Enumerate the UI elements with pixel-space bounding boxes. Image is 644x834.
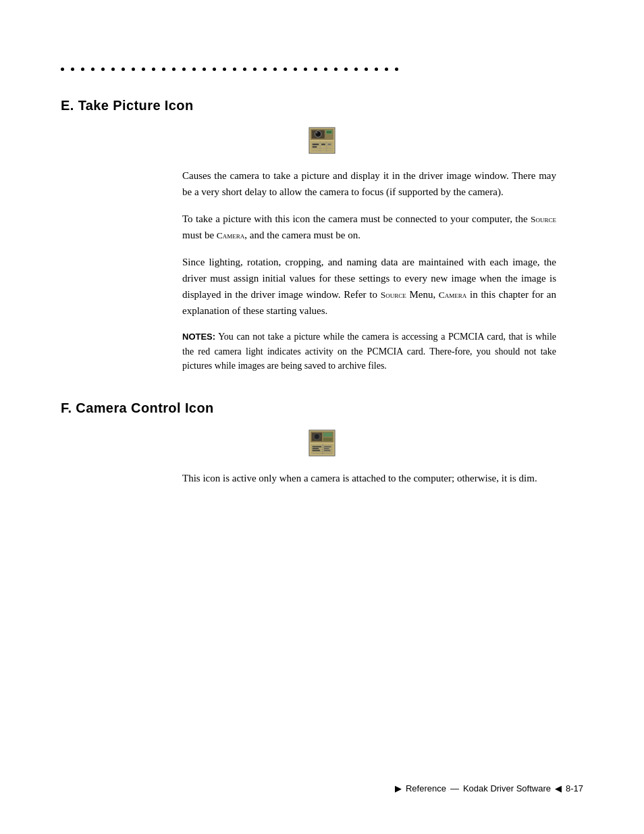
section-e-para-2: To take a picture with this icon the cam… [182, 211, 556, 243]
dot-8 [132, 68, 135, 71]
dot-12 [172, 68, 176, 71]
dot-7 [122, 68, 125, 71]
section-e-para-1: Causes the camera to take a picture and … [182, 167, 556, 200]
svg-point-23 [315, 435, 319, 439]
source-smallcaps: Source [531, 214, 556, 224]
svg-rect-16 [313, 147, 317, 148]
svg-point-5 [316, 132, 317, 134]
dot-33 [385, 68, 388, 71]
take-picture-icon [308, 127, 336, 154]
take-picture-icon-container [61, 127, 583, 154]
section-e-notes: NOTES: You can not take a picture while … [182, 330, 556, 373]
dot-31 [365, 68, 368, 71]
dot-3 [81, 68, 84, 71]
footer-arrow-right: ▶ [395, 783, 402, 793]
dot-24 [294, 68, 297, 71]
svg-rect-37 [324, 448, 329, 449]
dot-27 [324, 68, 327, 71]
svg-rect-34 [313, 448, 319, 449]
section-e-heading: E. Take Picture Icon [61, 98, 583, 113]
section-e-content: Causes the camera to take a picture and … [182, 167, 556, 373]
svg-rect-24 [323, 433, 332, 437]
svg-rect-15 [313, 144, 319, 145]
dot-10 [152, 68, 155, 71]
svg-rect-35 [313, 450, 320, 451]
footer-dash: — [450, 783, 459, 793]
dot-21 [263, 68, 267, 71]
section-f-content: This icon is active only when a camera i… [182, 470, 556, 486]
dot-9 [142, 68, 145, 71]
notes-text: You can not take a picture while the cam… [182, 332, 556, 371]
dot-25 [304, 68, 307, 71]
page: E. Take Picture Icon [0, 0, 644, 834]
dot-18 [233, 68, 236, 71]
dot-17 [223, 68, 226, 71]
dot-4 [91, 68, 95, 71]
dot-22 [273, 68, 277, 71]
dot-6 [111, 68, 115, 71]
notes-label: NOTES: [182, 332, 215, 342]
dot-2 [71, 68, 74, 71]
svg-rect-36 [324, 446, 331, 447]
dot-30 [354, 68, 358, 71]
footer: ▶ Reference — Kodak Driver Software ◀ 8-… [395, 783, 583, 793]
svg-rect-7 [327, 131, 332, 134]
dot-32 [375, 68, 378, 71]
dot-34 [395, 68, 398, 71]
section-f: F. Camera Control Icon [61, 400, 583, 486]
dot-14 [192, 68, 196, 71]
dot-20 [253, 68, 257, 71]
dot-11 [162, 68, 165, 71]
dot-19 [243, 68, 246, 71]
footer-product-name: Kodak Driver Software [463, 783, 551, 793]
dot-26 [314, 68, 317, 71]
camera-smallcaps-1: Camera [217, 230, 245, 240]
footer-page-number: 8-17 [566, 783, 583, 793]
dot-16 [213, 68, 216, 71]
footer-reference-label: Reference [406, 783, 446, 793]
footer-arrow-left: ◀ [555, 783, 562, 793]
dot-23 [284, 68, 287, 71]
camera-control-icon-container [61, 429, 583, 457]
dot-5 [101, 68, 105, 71]
dot-15 [203, 68, 206, 71]
source-smallcaps-2: Source [381, 290, 406, 300]
dot-13 [182, 68, 186, 71]
decorative-dots-row [61, 68, 583, 71]
camera-control-icon [308, 429, 336, 457]
dot-28 [334, 68, 338, 71]
svg-rect-33 [313, 446, 321, 447]
dot-29 [344, 68, 348, 71]
section-f-para-1: This icon is active only when a camera i… [182, 470, 556, 486]
svg-rect-17 [321, 144, 325, 145]
section-e-para-3: Since lighting, rotation, cropping, and … [182, 254, 556, 319]
section-f-heading: F. Camera Control Icon [61, 400, 583, 416]
dot-1 [61, 68, 64, 71]
section-e: E. Take Picture Icon [61, 98, 583, 373]
svg-rect-25 [323, 438, 332, 441]
svg-rect-38 [324, 450, 331, 451]
svg-rect-18 [328, 144, 331, 145]
camera-smallcaps-2: Camera [439, 290, 467, 300]
